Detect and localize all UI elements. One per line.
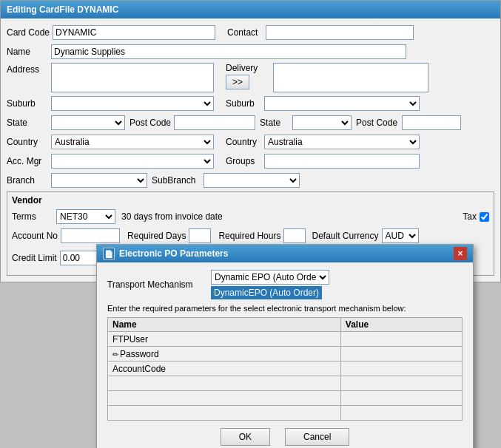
groups-input[interactable] <box>264 154 420 169</box>
suburb-label: Suburb <box>7 98 51 109</box>
groups-label: Groups <box>226 156 264 166</box>
row-name-password: ✏Password <box>108 347 341 362</box>
row-name-ftpuser: FTPUser <box>108 332 341 347</box>
dialog-close-button[interactable]: × <box>454 247 467 260</box>
table-row-empty-3 <box>108 406 463 421</box>
suburb-right-select[interactable] <box>264 96 420 111</box>
table-row-empty-1 <box>108 376 463 391</box>
address-row: Address Delivery >> <box>7 63 494 92</box>
title-bar: Editing CardFile DYNAMIC <box>1 1 500 18</box>
state-label: State <box>7 118 51 128</box>
branch-select[interactable] <box>51 173 147 188</box>
state-right-select[interactable] <box>292 115 352 130</box>
country-select[interactable]: Australia <box>51 135 214 149</box>
account-no-label: Account No <box>12 231 61 241</box>
table-row: AccountCode <box>108 362 463 376</box>
card-code-input[interactable] <box>53 25 215 40</box>
dialog-content: Transport Mechanism Dynamic EPO (Auto Or… <box>97 262 473 448</box>
country-label: Country <box>7 137 51 147</box>
accmgr-row: Acc. Mgr Groups <box>7 153 494 169</box>
name-label: Name <box>7 47 51 57</box>
transport-label: Transport Mechanism <box>107 279 211 290</box>
transport-select[interactable]: Dynamic EPO (Auto Order <box>211 270 329 285</box>
row-name-accountcode: AccountCode <box>108 362 341 376</box>
contact-input[interactable] <box>266 25 414 40</box>
ok-button[interactable]: OK <box>221 428 270 446</box>
table-header-name: Name <box>108 318 341 332</box>
branch-row: Branch SubBranch <box>7 172 494 189</box>
dialog-buttons: OK Cancel <box>107 428 463 448</box>
address-box[interactable] <box>51 63 214 92</box>
default-currency-select[interactable]: AUD <box>382 228 419 243</box>
name-input[interactable] <box>51 44 406 59</box>
params-description: Enter the required parameters for the se… <box>107 304 463 313</box>
branch-label: Branch <box>7 175 51 186</box>
tax-checkbox[interactable] <box>480 212 489 222</box>
table-row-empty-2 <box>108 391 463 406</box>
post-code-input[interactable] <box>174 115 255 130</box>
account-row: Account No Required Days Required Hours … <box>12 228 489 244</box>
electronic-po-dialog: 📄 Electronic PO Parameters × Transport M… <box>96 244 474 448</box>
credit-limit-label: Credit Limit <box>12 253 60 263</box>
terms-select[interactable]: NET30 <box>56 209 115 224</box>
post-code-right-input[interactable] <box>402 115 461 130</box>
account-no-input[interactable] <box>61 228 120 243</box>
required-days-input[interactable] <box>189 228 211 243</box>
default-currency-label: Default Currency <box>312 231 378 241</box>
suburb-row: Suburb Suburb <box>7 95 494 112</box>
transport-highlight: DynamicEPO (Auto Order) <box>211 286 322 299</box>
vendor-title: Vendor <box>12 195 489 206</box>
window-title: Editing CardFile DYNAMIC <box>7 4 118 15</box>
cancel-button[interactable]: Cancel <box>285 428 349 446</box>
table-header-value: Value <box>340 318 462 332</box>
delivery-arrow-button[interactable]: >> <box>226 75 249 89</box>
dialog-icon: 📄 <box>103 248 115 259</box>
params-table: Name Value FTPUser ✏Password AccountCode <box>107 317 463 421</box>
contact-label: Contact <box>227 27 266 38</box>
row-value-password[interactable] <box>340 347 462 362</box>
terms-desc: 30 days from invoice date <box>121 211 223 222</box>
transport-row: Transport Mechanism Dynamic EPO (Auto Or… <box>107 270 463 299</box>
main-content: Card Code Contact Name Address Delivery … <box>1 18 500 282</box>
delivery-label: Delivery <box>226 63 270 73</box>
table-row: ✏Password <box>108 347 463 362</box>
tax-label: Tax <box>463 211 477 222</box>
card-code-label: Card Code <box>7 27 53 38</box>
country-right-label: Country <box>226 137 264 147</box>
terms-row: Terms NET30 30 days from invoice date Ta… <box>12 208 489 225</box>
post-code-right-label: Post Code <box>356 118 402 128</box>
card-code-row: Card Code Contact <box>7 24 494 41</box>
acc-mgr-label: Acc. Mgr <box>7 156 51 166</box>
country-right-select[interactable]: Australia <box>264 135 420 149</box>
suburb-right-label: Suburb <box>226 98 264 109</box>
required-hours-label: Required Hours <box>218 231 280 241</box>
required-hours-input[interactable] <box>283 228 306 243</box>
edit-icon: ✏ <box>112 350 118 359</box>
dialog-title-bar: 📄 Electronic PO Parameters × <box>97 245 473 262</box>
address-label: Address <box>7 63 51 75</box>
state-row: State Post Code State Post Code <box>7 115 494 131</box>
table-row: FTPUser <box>108 332 463 347</box>
name-row: Name <box>7 44 494 60</box>
state-select[interactable] <box>51 115 125 130</box>
state-right-label: State <box>260 118 292 128</box>
delivery-box[interactable] <box>273 63 428 92</box>
terms-label: Terms <box>12 211 56 222</box>
country-row: Country Australia Country Australia <box>7 134 494 150</box>
suburb-select[interactable] <box>51 96 214 111</box>
acc-mgr-select[interactable] <box>51 154 214 169</box>
dialog-title-text: Electronic PO Parameters <box>119 248 228 259</box>
subbranch-label: SubBranch <box>152 175 204 186</box>
row-value-ftpuser[interactable] <box>340 332 462 347</box>
subbranch-select[interactable] <box>204 173 300 188</box>
required-days-label: Required Days <box>127 231 186 241</box>
post-code-label: Post Code <box>130 118 174 128</box>
main-window: Editing CardFile DYNAMIC Card Code Conta… <box>0 0 501 282</box>
row-value-accountcode[interactable] <box>340 362 462 376</box>
